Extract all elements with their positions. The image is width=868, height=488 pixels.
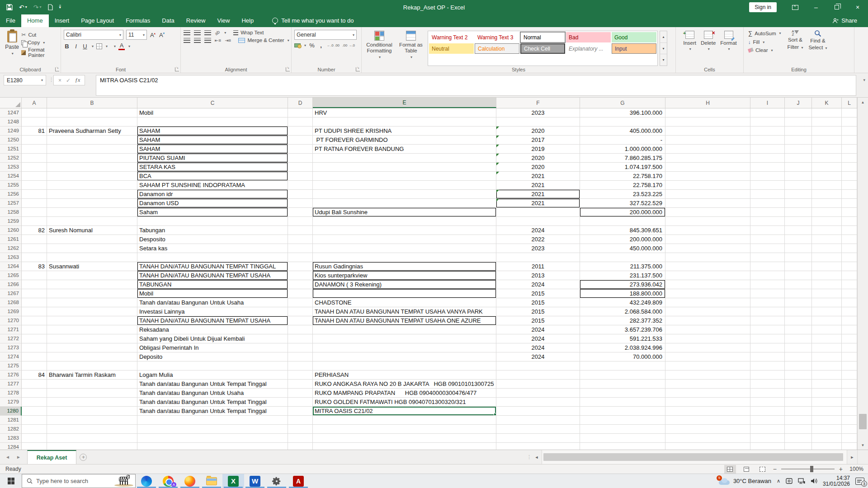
align-middle-icon[interactable] [194,30,201,35]
cell-B1252[interactable] [47,154,137,163]
cell-L1281[interactable] [842,416,857,425]
taskbar-search-box[interactable]: Type here to search [22,474,136,488]
cell-D1283[interactable] [288,434,313,443]
cell-E1271[interactable] [313,325,496,334]
cell-H1278[interactable] [665,389,750,398]
cell-D1247[interactable] [288,108,313,117]
cell-E1258[interactable]: Udupi Bali Sunshine [313,208,496,217]
cell-E1278[interactable]: RUKO MAMPANG PRAPATAN HGB 09040000300476… [313,389,496,398]
cell-J1258[interactable] [785,208,812,217]
cell-J1272[interactable] [785,334,812,343]
align-top-icon[interactable] [184,30,190,35]
cell-H1260[interactable] [665,226,750,235]
cell-A1280[interactable] [22,407,47,416]
cell-F1283[interactable] [496,434,580,443]
increase-decimal-button[interactable]: ←.0 .00 [327,43,340,47]
cell-J1273[interactable] [785,343,812,352]
cell-J1270[interactable] [785,316,812,325]
clipboard-dialog-launcher[interactable] [55,67,59,71]
decrease-decimal-button[interactable]: .00 →.0 [342,43,355,47]
cell-A1256[interactable] [22,190,47,199]
normal-view-button[interactable] [724,465,736,474]
cell-L1272[interactable] [842,334,857,343]
find-select-button[interactable]: Find &Select ▾ [808,30,827,66]
cell-C1251[interactable]: SAHAM [137,145,288,154]
redo-button[interactable]: ↷▾ [33,4,42,10]
cell-K1259[interactable] [812,217,842,226]
volume-icon[interactable] [811,478,817,484]
cell-J1259[interactable] [785,217,812,226]
cell-F1255[interactable]: 2021 [496,181,580,190]
cell-style-good[interactable]: Good [612,32,656,42]
row-header-1264[interactable]: 1264 [0,262,22,271]
cell-B1255[interactable] [47,181,137,190]
cell-D1272[interactable] [288,334,313,343]
cell-A1249[interactable]: 81 [22,127,47,136]
cell-D1248[interactable] [288,117,313,127]
cell-J1279[interactable] [785,398,812,407]
percent-style-button[interactable]: % [309,42,315,49]
cell-L1254[interactable] [842,172,857,181]
cell-B1280[interactable] [47,407,137,416]
cell-D1273[interactable] [288,343,313,352]
cell-J1263[interactable] [785,253,812,262]
cell-H1262[interactable] [665,244,750,253]
cell-K1276[interactable] [812,371,842,380]
cell-D1264[interactable] [288,262,313,271]
column-header-L[interactable]: L [842,98,857,108]
paste-button[interactable]: Paste ▾ [3,29,21,66]
row-header-1276[interactable]: 1276 [0,371,22,380]
cell-G1257[interactable]: 327.522.529 [580,199,665,208]
scroll-down-icon[interactable]: ▼ [858,441,868,450]
cell-G1253[interactable]: 1.074.197.500 [580,163,665,172]
column-header-H[interactable]: H [665,98,750,108]
cell-A1267[interactable] [22,289,47,298]
cell-J1251[interactable] [785,145,812,154]
cell-L1278[interactable] [842,389,857,398]
cell-L1249[interactable] [842,127,857,136]
cell-C1258[interactable]: Saham [137,208,288,217]
row-header-1284[interactable]: 1284 [0,443,22,450]
cell-I1260[interactable] [750,226,785,235]
conditional-formatting-button[interactable]: Conditional Formatting▾ [364,30,394,66]
cell-G1266[interactable]: 273.936.042 [580,280,665,289]
cell-H1276[interactable] [665,371,750,380]
cell-H1270[interactable] [665,316,750,325]
cell-D1259[interactable] [288,217,313,226]
cell-B1278[interactable] [47,389,137,398]
cell-B1282[interactable] [47,425,137,434]
network-icon[interactable] [798,478,805,484]
tab-review[interactable]: Review [180,14,212,27]
column-header-A[interactable]: A [22,98,47,108]
row-header-1270[interactable]: 1270 [0,316,22,325]
cell-I1256[interactable] [750,190,785,199]
taskbar-acrobat-button[interactable]: A [288,474,309,488]
cell-E1279[interactable]: RUKO GOLDEN FATMAWATI HGB 09040701300320… [313,398,496,407]
cell-K1256[interactable] [812,190,842,199]
cell-H1253[interactable] [665,163,750,172]
cell-I1265[interactable] [750,271,785,280]
taskbar-chrome-button[interactable]: A [157,474,179,488]
taskbar-clock[interactable]: 14:37 31/01/2026 [823,475,850,487]
taskbar-file-explorer-button[interactable] [201,474,222,488]
horizontal-scrollbar[interactable]: ◄ ► [532,450,857,464]
cell-F1248[interactable] [496,117,580,127]
clear-button[interactable]: Clear▾ [748,47,781,53]
cell-D1275[interactable] [288,361,313,371]
row-header-1265[interactable]: 1265 [0,271,22,280]
cell-E1252[interactable] [313,154,496,163]
row-header-1263[interactable]: 1263 [0,253,22,262]
cell-E1274[interactable] [313,352,496,361]
cell-style-calculation[interactable]: Calculation [475,43,519,54]
cell-H1267[interactable] [665,289,750,298]
cell-H1251[interactable] [665,145,750,154]
cell-G1271[interactable]: 3.657.239.706 [580,325,665,334]
zoom-out-button[interactable]: − [773,465,777,473]
cell-E1260[interactable] [313,226,496,235]
cell-style-normal[interactable]: Normal [520,32,565,42]
cell-A1265[interactable] [22,271,47,280]
cell-G1284[interactable] [580,443,665,450]
number-format-select[interactable]: General▾ [294,30,357,40]
cell-E1263[interactable] [313,253,496,262]
cell-L1276[interactable] [842,371,857,380]
